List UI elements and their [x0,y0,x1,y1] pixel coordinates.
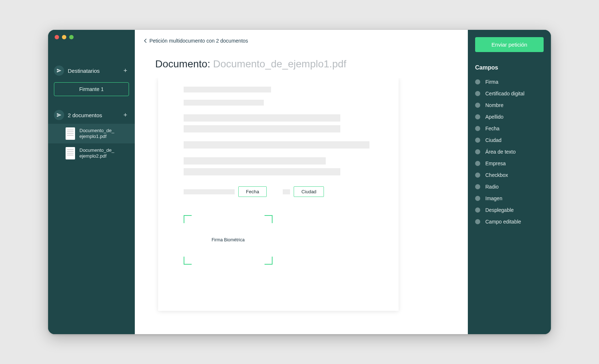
signature-field[interactable]: Firma Biométrica [184,215,273,265]
field-dot-icon [475,114,480,119]
document-list: Documento_de_ ejemplo1.pdf Documento_de_… [48,123,135,163]
fields-title: Campos [475,64,544,71]
inline-field-row: Fecha Ciudad [184,186,373,197]
field-dot-icon [475,91,480,96]
placeholder-line [184,168,340,175]
field-label: Certificado digital [485,91,524,96]
breadcrumb-label: Petición multidocumento con 2 documentos [149,38,248,44]
placeholder-line [184,114,340,122]
document-filename: Documento_de_ejemplo1.pdf [213,58,347,70]
app-window: Destinatarios + Firmante 1 2 documentos … [48,30,551,334]
signer-button[interactable]: Firmante 1 [54,82,129,96]
field-type-fecha[interactable]: Fecha [475,123,544,134]
field-type-apellido[interactable]: Apellido [475,111,544,123]
placeholder-line [184,100,264,106]
field-label: Área de texto [485,149,516,155]
minimize-window-dot[interactable] [62,35,66,39]
field-dot-icon [475,196,480,201]
field-dot-icon [475,161,480,166]
document-name: Documento_de_ ejemplo2.pdf [79,147,129,159]
field-type-nombre[interactable]: Nombre [475,99,544,111]
field-dot-icon [475,126,480,131]
documents-header-left: 2 documentos [54,110,102,120]
field-label: Campo editable [485,219,521,225]
chevron-left-icon [144,38,147,43]
close-window-dot[interactable] [55,35,59,39]
field-type-firma[interactable]: Firma [475,76,544,88]
field-type-radio[interactable]: Radio [475,181,544,193]
field-label: Imagen [485,195,502,201]
field-dot-icon [475,207,480,213]
field-type-campo-editable[interactable]: Campo editable [475,216,544,228]
field-dot-icon [475,103,480,108]
corner-icon [265,215,273,223]
field-label: Radio [485,184,499,190]
placeholder-line [184,125,340,132]
placeholder-line [184,87,271,92]
field-type-ciudad[interactable]: Ciudad [475,134,544,146]
signature-label: Firma Biométrica [212,237,245,242]
field-type-desplegable[interactable]: Desplegable [475,204,544,216]
field-type-checkbox[interactable]: Checkbox [475,169,544,181]
field-label: Ciudad [485,137,501,143]
canvas-wrap: Fecha Ciudad Firma Biométrica [135,78,468,334]
corner-icon [184,215,192,223]
document-item[interactable]: Documento_de_ ejemplo2.pdf [48,143,135,163]
field-type-certificado[interactable]: Certificado digital [475,88,544,99]
document-name: Documento_de_ ejemplo1.pdf [79,128,129,140]
document-thumb-icon [66,127,75,140]
recipients-header-left: Destinatarios [54,66,100,76]
recipients-header: Destinatarios + [48,63,135,79]
document-title: Documento: Documento_de_ejemplo1.pdf [135,47,468,78]
corner-icon [184,257,192,265]
right-panel: Enviar petición Campos Firma Certificado… [468,30,551,334]
recipients-title: Destinatarios [68,68,100,74]
add-document-button[interactable]: + [122,111,129,119]
field-dot-icon [475,138,480,143]
breadcrumb-back[interactable]: Petición multidocumento con 2 documentos [135,30,468,47]
document-item[interactable]: Documento_de_ ejemplo1.pdf [48,124,135,143]
maximize-window-dot[interactable] [69,35,74,39]
field-label: Desplegable [485,207,514,213]
field-dot-icon [475,173,480,178]
placeholder-inline [184,189,235,194]
field-type-empresa[interactable]: Empresa [475,158,544,169]
field-chip-fecha[interactable]: Fecha [238,186,267,197]
window-controls [55,35,74,39]
paper-plane-icon [54,110,64,120]
field-dot-icon [475,79,480,84]
field-type-area-texto[interactable]: Área de texto [475,146,544,158]
paper-plane-icon [54,66,64,76]
field-dot-icon [475,219,480,224]
field-label: Empresa [485,161,506,166]
add-recipient-button[interactable]: + [122,67,129,74]
field-label: Checkbox [485,172,508,178]
document-title-prefix: Documento: [155,58,213,70]
document-canvas[interactable]: Fecha Ciudad Firma Biométrica [158,78,399,311]
field-label: Firma [485,79,498,85]
corner-icon [265,257,273,265]
placeholder-line [184,141,369,149]
main-content: Petición multidocumento con 2 documentos… [135,30,468,334]
field-label: Nombre [485,102,504,108]
send-request-button[interactable]: Enviar petición [475,37,544,52]
documents-title: 2 documentos [68,112,102,118]
documents-header: 2 documentos + [48,107,135,123]
field-chip-ciudad[interactable]: Ciudad [294,186,324,197]
field-type-imagen[interactable]: Imagen [475,193,544,204]
placeholder-inline [283,189,290,194]
field-label: Fecha [485,126,500,131]
field-label: Apellido [485,114,504,120]
field-dot-icon [475,184,480,189]
field-dot-icon [475,149,480,154]
placeholder-line [184,157,326,165]
sidebar: Destinatarios + Firmante 1 2 documentos … [48,30,135,334]
document-thumb-icon [66,147,75,159]
